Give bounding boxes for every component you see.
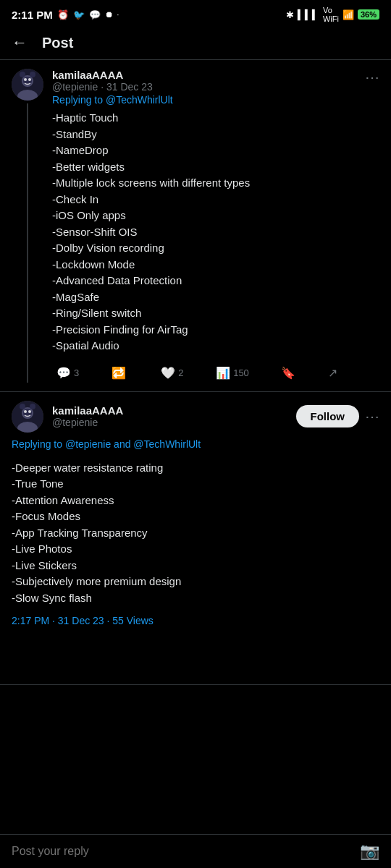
views-button[interactable]: 📊 150 <box>211 363 253 383</box>
back-icon: ← <box>12 33 28 51</box>
tweet-1-reply-to: Replying to @TechWhirlUlt <box>52 94 379 106</box>
twitter-icon: 🐦 <box>73 9 85 20</box>
wifi-icon: 📶 <box>342 9 354 20</box>
tweet-1-handle-date: @tepienie · 31 Dec 23 <box>52 81 153 93</box>
tweet-1-handle: @tepienie <box>52 81 98 93</box>
svg-point-7 <box>30 72 35 77</box>
page-title: Post <box>42 35 73 51</box>
tweet-2-mention-1[interactable]: @tepienie <box>65 438 111 450</box>
status-icons: ✱ ▍▍▍ VoWiFi 📶 36% <box>286 6 379 23</box>
tweet-2: kamilaaAAAA @tepienie Follow ⋯ Replying … <box>0 392 391 686</box>
svg-point-4 <box>24 78 27 81</box>
svg-point-14 <box>20 404 25 409</box>
like-count: 2 <box>178 367 183 378</box>
svg-point-15 <box>30 404 35 409</box>
camera-button[interactable]: 📷 <box>360 842 379 861</box>
views-icon: 📊 <box>216 366 230 380</box>
tweet-2-username: kamilaaAAAA <box>52 404 287 417</box>
back-button[interactable]: ← <box>12 33 28 52</box>
bookmark-button[interactable]: 🔖 <box>277 363 300 383</box>
reply-bar: 📷 <box>0 834 391 868</box>
battery-level: 36% <box>361 10 377 19</box>
avatar-2 <box>12 401 43 433</box>
share-button[interactable]: ↗ <box>324 363 342 383</box>
tweet-2-actions: Follow ⋯ <box>296 405 380 427</box>
tweet-1-header: kamilaaAAAA @tepienie · 31 Dec 23 ⋯ <box>52 69 379 93</box>
tweet-2-content: -Deeper water resistance rating -True To… <box>12 460 379 607</box>
tweet-2-user: kamilaaAAAA @tepienie <box>12 401 287 433</box>
tweet-2-header: kamilaaAAAA @tepienie Follow ⋯ <box>12 401 379 433</box>
tweet-1-menu-icon[interactable]: ⋯ <box>365 69 379 86</box>
battery-icon: 36% <box>358 9 379 20</box>
tweet-1-actions: 💬 3 🔁 🤍 2 📊 150 🔖 ↗ <box>52 363 342 383</box>
svg-point-12 <box>24 410 27 413</box>
views-count: 150 <box>233 367 249 378</box>
svg-point-13 <box>28 410 31 413</box>
signal-icon: ▍▍▍ <box>298 9 319 20</box>
avatar-1 <box>12 69 43 101</box>
tweet-1-date: · 31 Dec 23 <box>101 81 153 93</box>
status-time: 2:11 PM ⏰ 🐦 💬 ⏺ · <box>12 9 119 21</box>
reply-input[interactable] <box>12 845 351 858</box>
thread-line <box>27 103 28 383</box>
tweet-2-views[interactable]: 55 Views <box>112 615 154 626</box>
whatsapp-icon: 💬 <box>89 9 101 20</box>
tweet-1-user-info: kamilaaAAAA @tepienie · 31 Dec 23 <box>52 69 153 93</box>
share-icon: ↗ <box>328 366 337 380</box>
retweet-button[interactable]: 🔁 <box>107 363 133 383</box>
alarm-icon: ⏰ <box>57 9 69 20</box>
comment-icon: 💬 <box>56 366 71 380</box>
screen-record-icon: ⏺ <box>105 10 113 19</box>
tweet-2-reply-to: Replying to @tepienie and @TechWhirlUlt <box>12 438 379 450</box>
like-button[interactable]: 🤍 2 <box>156 363 188 383</box>
dot-icon: · <box>117 12 119 18</box>
heart-icon: 🤍 <box>161 366 175 380</box>
bluetooth-icon: ✱ <box>286 9 294 20</box>
svg-point-6 <box>20 72 25 77</box>
comment-button[interactable]: 💬 3 <box>52 363 83 383</box>
follow-button[interactable]: Follow <box>296 405 360 427</box>
tweet-2-menu-icon[interactable]: ⋯ <box>365 408 379 425</box>
tweet-1-username: kamilaaAAAA <box>52 69 153 81</box>
time-display: 2:11 PM <box>12 9 53 21</box>
retweet-icon: 🔁 <box>112 366 126 380</box>
bookmark-icon: 🔖 <box>281 366 295 380</box>
comment-count: 3 <box>74 367 79 378</box>
tweet-2-mention-2[interactable]: @TechWhirlUlt <box>133 438 201 450</box>
tweet-1-content: -Haptic Touch -StandBy -NameDrop -Better… <box>52 110 379 354</box>
tweet-1-left <box>12 69 43 383</box>
tweet-1-right: kamilaaAAAA @tepienie · 31 Dec 23 ⋯ Repl… <box>52 69 379 383</box>
tweet-2-handle: @tepienie <box>52 417 287 428</box>
tweet-2-user-info: kamilaaAAAA @tepienie <box>52 404 287 428</box>
page-header: ← Post <box>0 26 391 60</box>
tweet-2-timestamp: 2:17 PM · 31 Dec 23 · 55 Views <box>12 615 379 626</box>
camera-icon: 📷 <box>360 842 379 860</box>
status-bar: 2:11 PM ⏰ 🐦 💬 ⏺ · ✱ ▍▍▍ VoWiFi 📶 36% <box>0 0 391 26</box>
svg-point-5 <box>28 78 31 81</box>
vo-wifi-icon: VoWiFi <box>323 6 339 23</box>
tweet-1: kamilaaAAAA @tepienie · 31 Dec 23 ⋯ Repl… <box>0 60 391 392</box>
tweet-1-mention[interactable]: @TechWhirlUlt <box>106 94 173 106</box>
